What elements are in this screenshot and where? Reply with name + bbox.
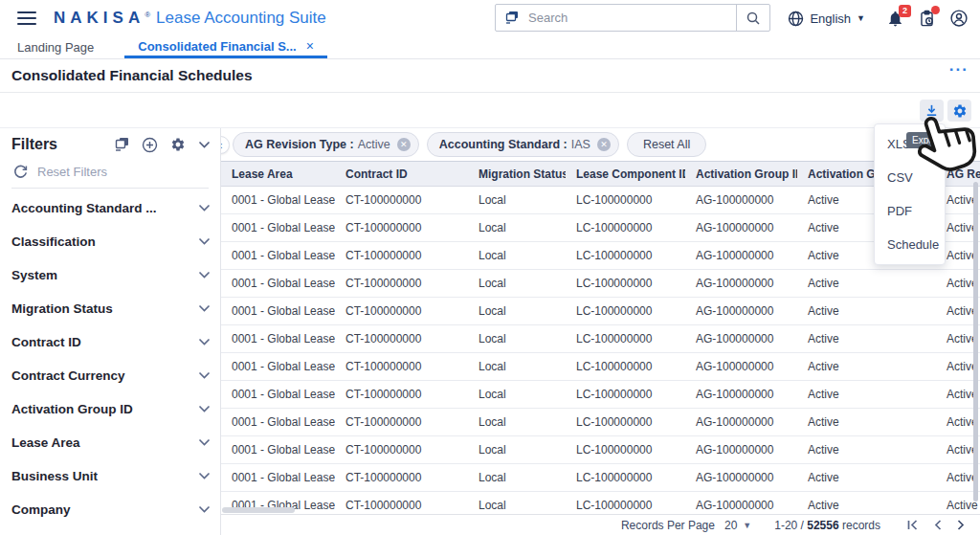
chip-remove-icon[interactable]: ✕ [597, 138, 611, 151]
column-header[interactable]: Lease Area [221, 162, 335, 187]
vertical-scrollbar[interactable] [973, 182, 978, 502]
chip-label: AG Revision Type : [245, 138, 354, 151]
column-header[interactable]: Lease Component ID [566, 162, 685, 187]
table-cell: CT-100000000 [335, 409, 468, 436]
notifications-button[interactable]: 2 [886, 10, 904, 28]
filter-section-system[interactable]: System [11, 258, 211, 292]
filter-section-business-unit[interactable]: Business Unit [11, 459, 211, 493]
hamburger-menu-icon[interactable] [17, 11, 36, 25]
filter-section-contract-id[interactable]: Contract ID [11, 325, 211, 359]
previous-page-icon[interactable] [934, 520, 942, 530]
table-cell: LC-100000000 [566, 436, 685, 464]
reset-filters-button[interactable]: Reset Filters [13, 165, 107, 179]
filter-section-company[interactable]: Company [11, 493, 211, 526]
column-header[interactable]: Contract ID [335, 162, 468, 187]
column-header[interactable]: Activation Group ID [685, 162, 797, 187]
filter-chip[interactable]: Accounting Standard :IAS✕ [427, 132, 619, 157]
tab-label: Landing Page [17, 40, 94, 55]
filter-settings-icon[interactable] [170, 137, 186, 152]
stacked-windows-icon[interactable] [496, 11, 528, 25]
filter-section-label: Activation Group ID [11, 402, 198, 416]
table-row[interactable]: 0001 - Global Lease AreaCT-100000000Loca… [221, 325, 980, 353]
table-row[interactable]: 0001 - Global Lease AreaCT-100000000Loca… [221, 298, 980, 325]
chevron-down-icon [198, 271, 211, 279]
filter-section-label: Accounting Standard ... [11, 201, 198, 215]
table-cell: LC-100000000 [566, 214, 685, 242]
filter-section-accounting-standard[interactable]: Accounting Standard ... [11, 191, 211, 225]
brand-logo: NAKISA® Lease Accounting Suite [54, 9, 326, 28]
table-cell: CT-100000000 [335, 187, 468, 214]
language-label: English [810, 11, 851, 26]
table-cell: LC-100000000 [566, 242, 685, 270]
hand-cursor-icon [916, 107, 980, 186]
chevron-down-icon: ▼ [743, 521, 751, 530]
table-cell: AG-100000000 [685, 381, 797, 409]
table-row[interactable]: 0001 - Global Lease AreaCT-100000000Loca… [221, 436, 980, 464]
table-row[interactable]: 0001 - Global Lease AreaCT-100000000Loca… [221, 464, 980, 492]
tasks-button[interactable] [918, 10, 936, 28]
language-selector[interactable]: English ▼ [788, 11, 865, 27]
records-per-page-value: 20 [724, 519, 737, 532]
table-cell: AG-100000000 [685, 492, 797, 516]
filter-chip[interactable]: AG Revision Type :Active✕ [233, 132, 419, 157]
export-option-pdf[interactable]: PDF [875, 194, 945, 228]
table-cell: Active [797, 436, 936, 464]
table-cell: Active [797, 381, 936, 409]
pagination-footer: Records Per Page 20 ▼ 1-20 / 52556 recor… [221, 514, 980, 535]
table-cell: Local [468, 436, 566, 464]
filter-section-contract-currency[interactable]: Contract Currency [11, 359, 211, 392]
table-cell: 0001 - Global Lease Area [221, 464, 335, 492]
table-row[interactable]: 0001 - Global Lease AreaCT-100000000Loca… [221, 187, 980, 214]
registered-mark: ® [145, 11, 150, 19]
table-cell: Local [468, 214, 566, 242]
table-cell: AG-100000000 [685, 436, 797, 464]
table-row[interactable]: 0001 - Global Lease AreaCT-100000000Loca… [221, 381, 980, 409]
first-page-icon[interactable] [907, 520, 919, 530]
chip-value: IAS [571, 138, 590, 151]
header-actions: English ▼ 2 [788, 0, 969, 36]
column-header[interactable]: Migration Status [468, 162, 566, 187]
table-cell: Local [468, 187, 566, 214]
filter-section-label: Migration Status [11, 301, 198, 316]
user-avatar[interactable] [949, 9, 969, 28]
table-header-row: Lease AreaContract IDMigration StatusLea… [221, 162, 980, 187]
filter-section-migration-status[interactable]: Migration Status [11, 292, 211, 325]
chevron-down-icon [198, 371, 211, 380]
horizontal-scrollbar[interactable] [222, 507, 295, 513]
records-per-page-select[interactable]: 20 ▼ [724, 519, 751, 532]
page-overflow-menu[interactable]: ... [949, 56, 969, 76]
table-cell: LC-100000000 [566, 187, 685, 214]
filter-section-classification[interactable]: Classification [11, 225, 211, 258]
reset-filters-label: Reset Filters [37, 165, 107, 179]
search-input[interactable] [528, 11, 736, 25]
table-row[interactable]: 0001 - Global Lease AreaCT-100000000Loca… [221, 492, 980, 516]
collapse-panel-chevron-icon[interactable] [198, 141, 211, 149]
chip-remove-icon[interactable]: ✕ [397, 138, 411, 151]
table-cell: LC-100000000 [566, 325, 685, 353]
search-icon[interactable] [736, 5, 769, 31]
table-cell: Local [468, 325, 566, 353]
tab-landing-page[interactable]: Landing Page [4, 36, 107, 58]
reset-all-button[interactable]: Reset All [627, 132, 706, 157]
table-row[interactable]: 0001 - Global Lease AreaCT-100000000Loca… [221, 353, 980, 381]
table-row[interactable]: 0001 - Global Lease AreaCT-100000000Loca… [221, 214, 980, 242]
table-cell: LC-100000000 [566, 492, 685, 516]
next-page-icon[interactable] [957, 520, 965, 530]
table-row[interactable]: 0001 - Global Lease AreaCT-100000000Loca… [221, 270, 980, 298]
table-row[interactable]: 0001 - Global Lease AreaCT-100000000Loca… [221, 409, 980, 436]
table-cell: Local [468, 242, 566, 270]
saved-filters-icon[interactable] [113, 137, 129, 152]
table-cell: Active [797, 464, 936, 492]
tab-close-icon[interactable]: × [306, 38, 314, 54]
table-cell: 0001 - Global Lease Area [221, 298, 335, 325]
collapse-filters-button[interactable]: ‹ [221, 136, 230, 154]
table-cell: AG-100000000 [685, 187, 797, 214]
tab-consolidated-financial-schedules[interactable]: Consolidated Financial S... × [124, 36, 327, 58]
table-row[interactable]: 0001 - Global Lease AreaCT-100000000Loca… [221, 242, 980, 270]
add-filter-icon[interactable] [142, 137, 158, 153]
filter-section-lease-area[interactable]: Lease Area [11, 426, 211, 459]
export-option-schedule[interactable]: Schedule [875, 228, 945, 261]
table-cell: AG-100000000 [685, 270, 797, 298]
filter-section-activation-group-id[interactable]: Activation Group ID [11, 392, 211, 426]
table-cell: CT-100000000 [335, 492, 468, 516]
